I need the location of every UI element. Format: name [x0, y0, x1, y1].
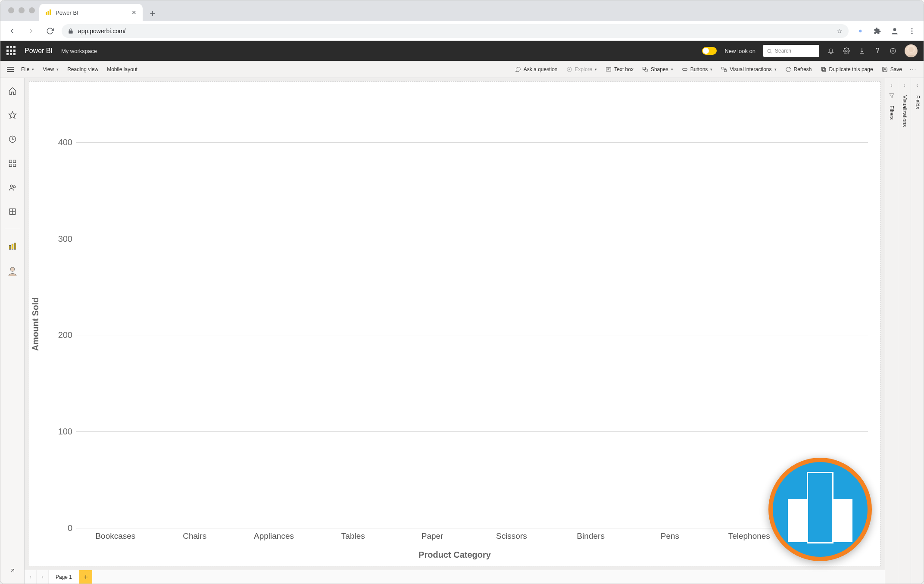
svg-point-13	[894, 50, 894, 50]
mac-max-dot[interactable]	[29, 7, 35, 13]
nav-recent-icon[interactable]	[4, 131, 21, 148]
fields-pane-collapsed[interactable]: ‹ Fields	[911, 78, 924, 584]
mobile-layout-button[interactable]: Mobile layout	[103, 61, 142, 78]
duplicate-icon	[821, 66, 827, 72]
mac-min-dot[interactable]	[19, 7, 25, 13]
settings-gear-icon[interactable]	[843, 47, 850, 54]
powerbi-favicon-icon	[45, 9, 51, 16]
svg-point-7	[912, 32, 913, 34]
svg-point-31	[10, 185, 12, 187]
category-label: Chairs	[183, 531, 206, 541]
nav-shared-icon[interactable]	[4, 179, 21, 196]
y-tick-label: 100	[51, 427, 72, 437]
svg-point-39	[10, 267, 15, 272]
browser-window: Power BI ✕ + app.powerbi.com/ ☆ Power BI…	[0, 0, 924, 584]
category-label: Paper	[421, 531, 443, 541]
chrome-tabstrip: Power BI ✕ +	[0, 0, 924, 21]
visualizations-pane-label: Visualizations	[902, 95, 908, 127]
notifications-icon[interactable]	[827, 47, 835, 54]
svg-rect-17	[606, 67, 611, 71]
svg-rect-27	[9, 160, 12, 163]
svg-rect-29	[9, 164, 12, 167]
explore-button: Explore▾	[562, 61, 602, 78]
chevron-down-icon: ▾	[32, 67, 34, 72]
chrome-menu-icon[interactable]	[905, 24, 919, 38]
add-page-button[interactable]: +	[79, 570, 92, 584]
new-tab-button[interactable]: +	[145, 6, 160, 21]
help-icon[interactable]: ?	[874, 47, 881, 55]
pbi-brand[interactable]: Power BI	[25, 47, 53, 55]
address-url: app.powerbi.com/	[78, 28, 126, 34]
svg-point-6	[912, 30, 913, 31]
chart-bars: BookcasesChairsAppliancesTablesPaperScis…	[76, 94, 868, 528]
svg-line-9	[771, 52, 771, 53]
report-page[interactable]: Amount Sold Product Category BookcasesCh…	[29, 81, 880, 566]
toolbar-overflow-icon[interactable]: ···	[906, 66, 920, 72]
page-tab-1[interactable]: Page 1	[49, 570, 79, 584]
nav-workspaces-icon[interactable]	[4, 203, 21, 220]
svg-rect-37	[12, 244, 13, 250]
nav-apps-icon[interactable]	[4, 155, 21, 172]
shapes-icon	[642, 66, 648, 72]
report-canvas[interactable]: Amount Sold Product Category BookcasesCh…	[25, 78, 885, 570]
puzzle-extensions-icon[interactable]	[870, 24, 885, 38]
profile-icon[interactable]	[887, 24, 902, 38]
search-input[interactable]: Search	[763, 45, 819, 57]
chevron-down-icon: ▾	[595, 67, 597, 72]
reading-view-button[interactable]: Reading view	[63, 61, 103, 78]
refresh-button[interactable]: Refresh	[781, 61, 816, 78]
chevron-down-icon: ▾	[774, 67, 777, 72]
address-bar[interactable]: app.powerbi.com/ ☆	[62, 24, 849, 38]
nav-myworkspace-icon[interactable]	[4, 238, 21, 255]
svg-point-4	[893, 28, 896, 31]
shapes-button[interactable]: Shapes▾	[638, 61, 677, 78]
browser-tab[interactable]: Power BI ✕	[39, 4, 143, 21]
y-tick-label: 300	[51, 234, 72, 244]
svg-rect-20	[682, 68, 687, 70]
back-button[interactable]	[5, 24, 19, 38]
buttons-button[interactable]: Buttons▾	[677, 61, 717, 78]
gridline	[76, 239, 868, 239]
chart-plot-area: BookcasesChairsAppliancesTablesPaperScis…	[76, 94, 868, 528]
nav-user-avatar-small[interactable]	[4, 262, 21, 279]
svg-rect-30	[13, 164, 16, 167]
user-avatar[interactable]	[905, 44, 918, 57]
category-label: Binders	[577, 531, 604, 541]
nav-favorites-icon[interactable]	[4, 106, 21, 124]
category-label: Scissors	[496, 531, 527, 541]
svg-point-11	[890, 48, 896, 53]
app-launcher-icon[interactable]	[6, 46, 16, 56]
filters-pane-label: Filters	[889, 106, 895, 120]
refresh-icon	[785, 66, 791, 72]
magnifier-bar-blue-center	[808, 473, 832, 542]
save-button[interactable]: Save	[877, 61, 906, 78]
svg-marker-40	[889, 94, 894, 98]
category-label: Appliances	[254, 531, 294, 541]
ask-question-button[interactable]: Ask a question	[511, 61, 562, 78]
view-menu[interactable]: View▾	[38, 61, 63, 78]
forward-button[interactable]	[24, 24, 38, 38]
filters-icon	[889, 93, 895, 99]
visual-interactions-button[interactable]: Visual interactions▾	[717, 61, 780, 78]
right-collapsed-panes: ‹ Filters ‹ Visualizations ‹ Fields	[885, 78, 924, 584]
nav-expand-icon[interactable]	[4, 562, 21, 579]
svg-rect-0	[46, 12, 47, 15]
filters-pane-collapsed[interactable]: ‹ Filters	[885, 78, 898, 584]
tab-close-icon[interactable]: ✕	[131, 9, 137, 16]
duplicate-page-button[interactable]: Duplicate this page	[816, 61, 877, 78]
bookmark-star-icon[interactable]: ☆	[837, 28, 843, 34]
mac-close-dot[interactable]	[8, 7, 14, 13]
svg-point-32	[13, 186, 15, 188]
visualizations-pane-collapsed[interactable]: ‹ Visualizations	[898, 78, 911, 584]
download-icon[interactable]	[858, 47, 866, 54]
new-look-toggle[interactable]	[702, 47, 717, 55]
feedback-smile-icon[interactable]	[889, 47, 897, 54]
reload-button[interactable]	[43, 24, 57, 38]
file-menu[interactable]: File▾	[17, 61, 38, 78]
chart-visual[interactable]: Amount Sold Product Category BookcasesCh…	[37, 90, 872, 558]
nav-home-icon[interactable]	[4, 82, 21, 100]
extension-icon[interactable]	[853, 24, 868, 38]
text-box-button[interactable]: Text box	[601, 61, 638, 78]
nav-hamburger-icon[interactable]	[4, 61, 17, 78]
breadcrumb[interactable]: My workspace	[61, 48, 97, 54]
